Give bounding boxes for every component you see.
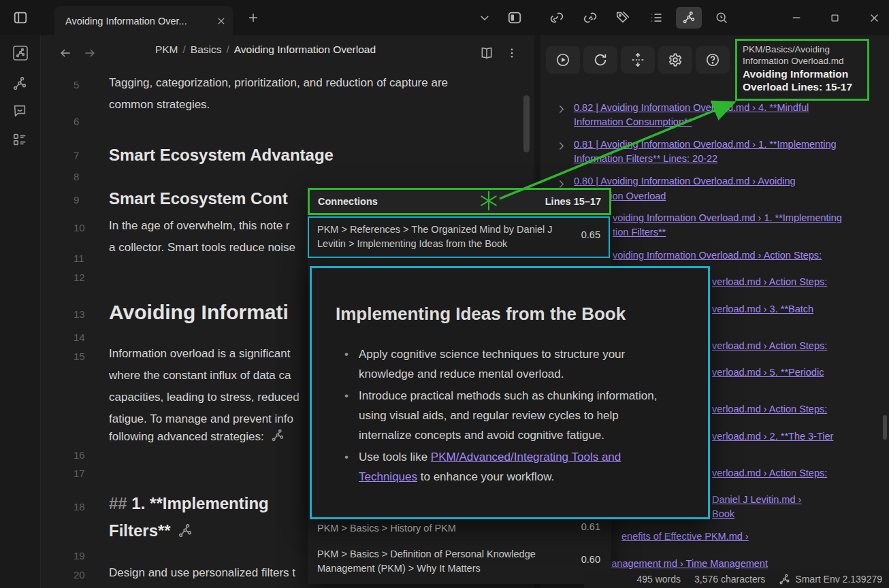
tooltip-bullet: Apply cognitive science techniques to st… (342, 344, 673, 384)
connection-link[interactable]: tion Filters** (613, 227, 666, 238)
connections-popup-header: Connections Lines 15–17 (308, 188, 611, 215)
search-history-icon[interactable] (713, 10, 730, 26)
editor-line[interactable]: fatigue. To manage and prevent info (109, 412, 293, 426)
editor-line[interactable]: capacities, leading to stress, reduced (109, 391, 300, 404)
breadcrumb-segment-pkm[interactable]: PKM (155, 44, 178, 55)
line-number: 17 (74, 468, 85, 479)
line-number: 19 (74, 550, 85, 561)
editor-line[interactable]: a collector. Smart tools reduce noise (109, 241, 295, 255)
outline-list-icon[interactable] (648, 10, 664, 26)
smart-env-status[interactable]: Smart Env 2.139279 (779, 574, 882, 585)
panel-scrollbar-thumb[interactable] (883, 415, 887, 440)
tab-close-icon[interactable] (216, 16, 226, 26)
annotation-asterisk-icon (478, 190, 500, 212)
sidebar-right-toggle-icon[interactable] (506, 10, 523, 26)
heading-text: 1. **Implementing (127, 494, 269, 512)
fold-vertical-button[interactable] (621, 46, 655, 74)
tooltip-title: Implementing Ideas from the Book (336, 304, 626, 325)
editor-line[interactable]: where the constant influx of data ca (109, 369, 291, 382)
breadcrumb-separator: / (178, 44, 191, 55)
tab-avoiding-information-overload[interactable]: Avoiding Information Over... (54, 6, 233, 35)
breadcrumb-segment-current[interactable]: Avoiding Information Overload (234, 44, 376, 55)
connection-link[interactable]: verload.md › 5. **Periodic (712, 367, 824, 378)
connection-result-item[interactable]: PKM > Basics > Definition of Personal Kn… (308, 542, 610, 580)
popup-title: Connections (318, 196, 378, 207)
collapse-chevron-icon[interactable] (555, 140, 567, 152)
editor-line[interactable]: common strategies. (109, 98, 210, 112)
connection-link[interactable]: enefits of Effective PKM.md › (621, 531, 749, 542)
smart-connections-boxed-icon[interactable] (12, 45, 29, 61)
editor-line[interactable]: In the age of overwhelm, this note r (109, 219, 290, 233)
connection-link[interactable]: voiding Information Overload.md › 1. **I… (613, 212, 842, 223)
play-button[interactable] (546, 46, 580, 74)
breadcrumb-segment-basics[interactable]: Basics (191, 44, 222, 55)
connection-link[interactable]: 0.81 | Avoiding Information Overload.md … (574, 139, 837, 150)
collapse-chevron-icon[interactable] (555, 103, 567, 115)
refresh-button[interactable] (583, 46, 617, 74)
editor-line[interactable]: Design and use personalized filters t (109, 566, 295, 580)
editor-line[interactable]: following advanced strategies: (109, 429, 285, 444)
smart-connections-icon (779, 574, 790, 585)
forward-arrow-icon[interactable] (82, 45, 98, 61)
line-number: 12 (74, 272, 85, 283)
result-text-line: Management (PKM) > Why It Matters (317, 561, 481, 576)
connection-link[interactable]: verload.md › Action Steps: (712, 276, 827, 287)
smart-connections-inline-icon[interactable] (178, 523, 193, 538)
line-number: 18 (74, 501, 85, 512)
connection-result-item[interactable]: PKM > References > The Organized Mind by… (308, 216, 610, 258)
chevron-down-icon[interactable] (476, 10, 493, 26)
annotation-note-title: Avoiding Information Overload Lines: 15-… (743, 67, 862, 93)
word-count: 495 words (636, 574, 681, 585)
result-text-line: PKM > Basics > Definition of Personal Kn… (317, 547, 536, 561)
editor-heading-smart-ecosystem-advantage[interactable]: Smart Ecosystem Advantage (109, 146, 334, 165)
connection-link[interactable]: Information Consumption** (574, 116, 692, 127)
incoming-links-icon[interactable] (549, 10, 565, 26)
smart-connections-inline-icon[interactable] (271, 429, 285, 442)
line-number: 9 (74, 194, 79, 206)
titlebar: Avoiding Information Over... (0, 0, 889, 35)
window-minimize-icon[interactable] (788, 10, 805, 26)
editor-scrollbar-thumb[interactable] (523, 95, 530, 152)
window-maximize-icon[interactable] (826, 10, 843, 26)
app-window: Avoiding Information Over... (0, 0, 889, 588)
sidebar-left-toggle-icon[interactable] (12, 10, 29, 26)
connection-link[interactable]: 0.80 | Avoiding Information Overload.md … (574, 176, 796, 186)
help-button[interactable] (696, 46, 730, 74)
connection-link[interactable]: Daniel J Levitin.md › (712, 494, 801, 505)
tags-icon[interactable] (615, 10, 631, 26)
editor-heading-smart-ecosystem-context[interactable]: Smart Ecosystem Cont (109, 189, 288, 208)
outgoing-links-icon[interactable] (582, 10, 598, 26)
editor-heading-implementing-filters-line1[interactable]: ## 1. **Implementing (109, 494, 269, 513)
window-close-icon[interactable] (866, 10, 882, 26)
more-options-icon[interactable] (504, 45, 520, 61)
layout-list-icon[interactable] (12, 132, 29, 148)
smart-env-version: Smart Env 2.139279 (795, 574, 882, 585)
editor-line[interactable]: Tagging, categorization, prioritization,… (109, 76, 448, 90)
line-number: 14 (74, 331, 85, 343)
connection-link[interactable]: 0.82 | Avoiding Information Overload.md … (574, 102, 809, 113)
bullet-text: Apply cognitive science techniques to st… (359, 348, 625, 380)
line-number: 13 (74, 308, 85, 320)
tooltip-bullet: Introduce practical methods such as chun… (342, 386, 673, 445)
new-tab-plus-icon[interactable] (245, 10, 261, 26)
settings-gear-button[interactable] (658, 46, 692, 74)
connection-link[interactable]: Book (712, 508, 734, 519)
reading-mode-book-icon[interactable] (479, 45, 495, 61)
editor-heading-implementing-filters-line2[interactable]: Filters** (109, 521, 193, 540)
left-ribbon (0, 35, 41, 588)
connection-link[interactable]: verload.md › Action Steps: (712, 340, 827, 351)
chat-smile-icon[interactable] (12, 103, 29, 120)
connection-link[interactable]: verload.md › Action Steps: (712, 468, 827, 478)
connection-link[interactable]: Information Filters** Lines: 20-22 (574, 153, 717, 164)
back-arrow-icon[interactable] (57, 45, 74, 61)
connection-link[interactable]: verload.md › 2. **The 3-Tier (712, 431, 833, 442)
connection-link[interactable]: verload.md › 3. **Batch (712, 304, 813, 314)
smart-connections-icon[interactable] (681, 10, 697, 26)
connection-link[interactable]: verload.md › Action Steps: (712, 404, 827, 414)
smart-connections-ribbon-icon[interactable] (12, 76, 29, 93)
connection-link[interactable]: me Management md › Time Management (587, 558, 768, 569)
connection-result-item[interactable]: PKM > Basics > History of PKM 0.61 (308, 516, 610, 539)
connection-link[interactable]: voiding Information Overload.md › Action… (613, 250, 822, 261)
editor-heading-avoiding-information[interactable]: Avoiding Informati (109, 301, 289, 324)
editor-line[interactable]: Information overload is a significant (109, 347, 290, 361)
